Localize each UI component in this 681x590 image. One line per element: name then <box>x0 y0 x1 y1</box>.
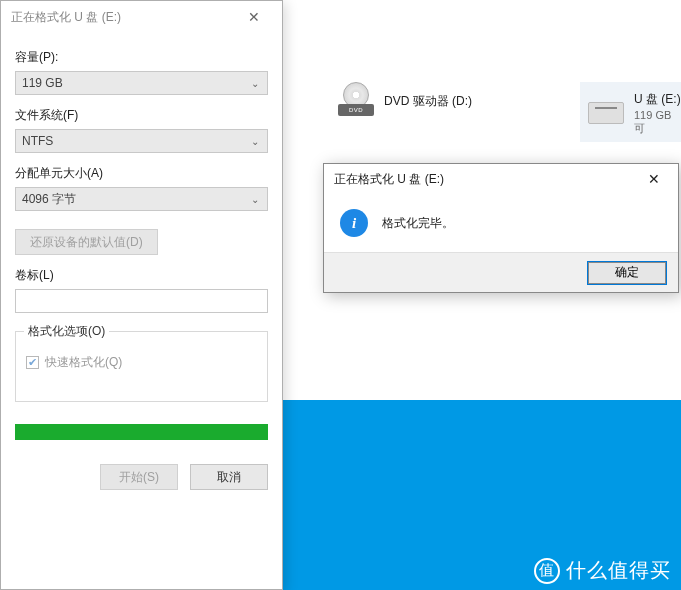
drive-usb[interactable]: U 盘 (E:) 119 GB 可 <box>580 82 681 142</box>
quick-format-checkbox[interactable]: ✔ 快速格式化(Q) <box>26 354 257 371</box>
info-icon: i <box>340 209 368 237</box>
close-icon[interactable]: ✕ <box>234 9 274 25</box>
drive-dvd[interactable]: DVD DVD 驱动器 (D:) <box>338 88 472 116</box>
capacity-value: 119 GB <box>22 76 63 90</box>
volume-input[interactable] <box>15 289 268 313</box>
dvd-drive-label: DVD 驱动器 (D:) <box>384 92 472 111</box>
format-options-group: 格式化选项(O) ✔ 快速格式化(Q) <box>15 331 268 402</box>
usb-drive-icon <box>588 102 624 124</box>
chevron-down-icon: ⌄ <box>251 194 259 205</box>
cancel-button[interactable]: 取消 <box>190 464 268 490</box>
chevron-down-icon: ⌄ <box>251 136 259 147</box>
filesystem-value: NTFS <box>22 134 53 148</box>
format-dialog: 正在格式化 U 盘 (E:) ✕ 容量(P): 119 GB ⌄ 文件系统(F)… <box>0 0 283 590</box>
format-dialog-titlebar[interactable]: 正在格式化 U 盘 (E:) ✕ <box>1 1 282 33</box>
msgbox-title: 正在格式化 U 盘 (E:) <box>334 171 636 188</box>
filesystem-combo[interactable]: NTFS ⌄ <box>15 129 268 153</box>
format-complete-msgbox: 正在格式化 U 盘 (E:) ✕ i 格式化完毕。 确定 <box>323 163 679 293</box>
checkbox-icon: ✔ <box>26 356 39 369</box>
format-options-legend: 格式化选项(O) <box>24 323 109 340</box>
msgbox-message: 格式化完毕。 <box>382 215 454 232</box>
capacity-combo[interactable]: 119 GB ⌄ <box>15 71 268 95</box>
dvd-drive-icon: DVD <box>338 88 374 116</box>
watermark: 值 什么值得买 <box>534 557 671 584</box>
start-button[interactable]: 开始(S) <box>100 464 178 490</box>
chevron-down-icon: ⌄ <box>251 78 259 89</box>
quick-format-label: 快速格式化(Q) <box>45 354 122 371</box>
format-progress-bar <box>15 424 268 440</box>
filesystem-label: 文件系统(F) <box>15 107 268 124</box>
format-dialog-title: 正在格式化 U 盘 (E:) <box>11 9 234 26</box>
usb-drive-sub: 119 GB 可 <box>634 109 681 136</box>
watermark-text: 什么值得买 <box>566 557 671 584</box>
alloc-combo[interactable]: 4096 字节 ⌄ <box>15 187 268 211</box>
restore-defaults-button[interactable]: 还原设备的默认值(D) <box>15 229 158 255</box>
alloc-label: 分配单元大小(A) <box>15 165 268 182</box>
capacity-label: 容量(P): <box>15 49 268 66</box>
ok-button[interactable]: 确定 <box>588 262 666 284</box>
close-icon[interactable]: ✕ <box>636 171 672 187</box>
usb-drive-label: U 盘 (E:) <box>634 90 681 109</box>
msgbox-titlebar[interactable]: 正在格式化 U 盘 (E:) ✕ <box>324 164 678 194</box>
alloc-value: 4096 字节 <box>22 191 76 208</box>
volume-label: 卷标(L) <box>15 267 268 284</box>
watermark-badge: 值 <box>534 558 560 584</box>
